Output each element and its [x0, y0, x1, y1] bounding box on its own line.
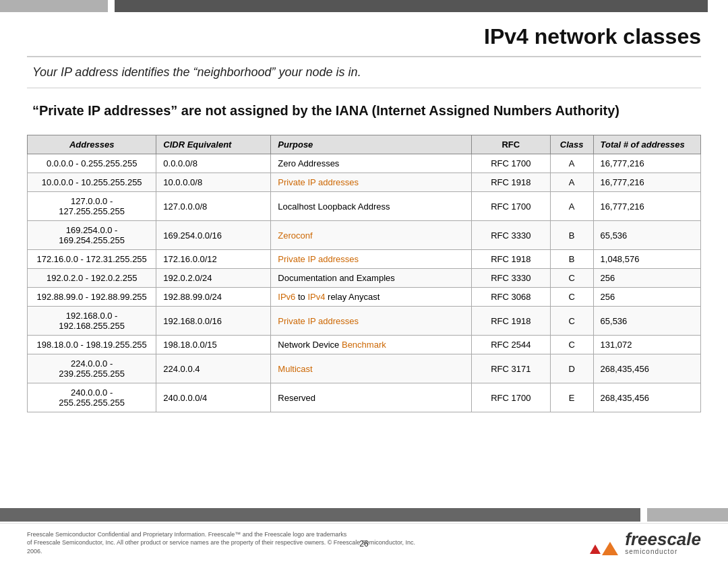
- cell-addresses: 172.16.0.0 - 172.31.255.255: [28, 250, 156, 269]
- cell-class: B: [550, 221, 593, 250]
- cell-total: 131,072: [593, 336, 700, 354]
- cell-addresses: 0.0.0.0 - 0.255.255.255: [28, 154, 156, 173]
- intro-text-1: Your IP address identifies the “neighbor…: [27, 56, 701, 88]
- cell-total: 16,777,216: [593, 192, 700, 221]
- cell-rfc: RFC 1700: [471, 192, 550, 221]
- cell-cidr: 198.18.0.0/15: [156, 336, 271, 354]
- ipv4-link[interactable]: IPv4: [307, 292, 325, 302]
- cell-cidr: 192.0.2.0/24: [156, 269, 271, 288]
- main-content: Your IP address identifies the “neighbor…: [0, 56, 728, 412]
- purpose-link[interactable]: Zeroconf: [278, 230, 312, 241]
- top-bar-gray: [0, 0, 108, 12]
- col-header-rfc: RFC: [471, 135, 550, 154]
- logo-text-block: freescale semiconductor: [625, 530, 701, 555]
- table-header-row: Addresses CIDR Equivalent Purpose RFC Cl…: [28, 135, 701, 154]
- purpose-link[interactable]: Private IP addresses: [278, 316, 359, 326]
- cell-addresses: 240.0.0.0 - 255.255.255.255: [28, 383, 156, 412]
- bottom-decorative-bar: [0, 508, 728, 522]
- cell-rfc: RFC 2544: [471, 336, 550, 354]
- col-header-cidr: CIDR Equivalent: [156, 135, 271, 154]
- footer-text: Freescale Semiconductor Confidential and…: [27, 530, 431, 556]
- logo-icon: freescale semiconductor: [590, 530, 701, 555]
- cell-rfc: RFC 1918: [471, 307, 550, 336]
- cell-addresses: 192.168.0.0 - 192.168.255.255: [28, 307, 156, 336]
- cell-addresses: 224.0.0.0 - 239.255.255.255: [28, 354, 156, 383]
- cell-purpose[interactable]: Multicast: [271, 354, 472, 383]
- cell-class: C: [550, 288, 593, 307]
- purpose-link[interactable]: Multicast: [278, 364, 312, 374]
- cell-class: A: [550, 154, 593, 173]
- cell-rfc: RFC 3330: [471, 221, 550, 250]
- cell-total: 268,435,456: [593, 383, 700, 412]
- top-bar-dark: [115, 0, 708, 12]
- cell-total: 16,777,216: [593, 173, 700, 192]
- cell-cidr: 192.88.99.0/24: [156, 288, 271, 307]
- col-header-total: Total # of addresses: [593, 135, 700, 154]
- footer-text-line1: Freescale Semiconductor Confidential and…: [27, 531, 346, 538]
- table-row: 169.254.0.0 - 169.254.255.255169.254.0.0…: [28, 221, 701, 250]
- cell-total: 65,536: [593, 221, 700, 250]
- cell-purpose[interactable]: Private IP addresses: [271, 250, 472, 269]
- cell-addresses: 169.254.0.0 - 169.254.255.255: [28, 221, 156, 250]
- footer-logo: freescale semiconductor: [590, 530, 701, 555]
- table-row: 198.18.0.0 - 198.19.255.255198.18.0.0/15…: [28, 336, 701, 354]
- cell-cidr: 169.254.0.0/16: [156, 221, 271, 250]
- cell-purpose: Reserved: [271, 383, 472, 412]
- cell-rfc: RFC 3171: [471, 354, 550, 383]
- purpose-link[interactable]: Private IP addresses: [278, 177, 359, 187]
- cell-cidr: 10.0.0.0/8: [156, 173, 271, 192]
- table-row: 192.88.99.0 - 192.88.99.255192.88.99.0/2…: [28, 288, 701, 307]
- bottom-bar-light: [647, 508, 728, 522]
- cell-addresses: 192.88.99.0 - 192.88.99.255: [28, 288, 156, 307]
- benchmark-link[interactable]: Benchmark: [342, 340, 386, 350]
- cell-addresses: 192.0.2.0 - 192.0.2.255: [28, 269, 156, 288]
- cell-purpose: Localhost Loopback Address: [271, 192, 472, 221]
- cell-rfc: RFC 1918: [471, 173, 550, 192]
- cell-addresses: 127.0.0.0 - 127.255.255.255: [28, 192, 156, 221]
- cell-cidr: 0.0.0.0/8: [156, 154, 271, 173]
- cell-purpose[interactable]: Private IP addresses: [271, 307, 472, 336]
- table-row: 10.0.0.0 - 10.255.255.25510.0.0.0/8Priva…: [28, 173, 701, 192]
- cell-rfc: RFC 1700: [471, 154, 550, 173]
- col-header-class: Class: [550, 135, 593, 154]
- cell-class: A: [550, 173, 593, 192]
- cell-class: E: [550, 383, 593, 412]
- cell-cidr: 127.0.0.0/8: [156, 192, 271, 221]
- logo-tri-red: [590, 544, 601, 554]
- cell-total: 256: [593, 288, 700, 307]
- ipv6-link[interactable]: IPv6: [278, 292, 295, 302]
- table-row: 224.0.0.0 - 239.255.255.255224.0.0.4Mult…: [28, 354, 701, 383]
- col-header-addresses: Addresses: [28, 135, 156, 154]
- cell-class: B: [550, 250, 593, 269]
- cell-rfc: RFC 3330: [471, 269, 550, 288]
- network-classes-table: Addresses CIDR Equivalent Purpose RFC Cl…: [27, 135, 701, 412]
- cell-class: C: [550, 307, 593, 336]
- cell-total: 268,435,456: [593, 354, 700, 383]
- table-row: 172.16.0.0 - 172.31.255.255172.16.0.0/12…: [28, 250, 701, 269]
- table-row: 192.0.2.0 - 192.0.2.255192.0.2.0/24Docum…: [28, 269, 701, 288]
- cell-purpose[interactable]: Zeroconf: [271, 221, 472, 250]
- table-row: 240.0.0.0 - 255.255.255.255240.0.0.0/4Re…: [28, 383, 701, 412]
- cell-purpose: Network Device Benchmark: [271, 336, 472, 354]
- cell-rfc: RFC 1700: [471, 383, 550, 412]
- cell-purpose: IPv6 to IPv4 relay Anycast: [271, 288, 472, 307]
- purpose-link[interactable]: Private IP addresses: [278, 254, 359, 264]
- cell-class: C: [550, 269, 593, 288]
- table-row: 192.168.0.0 - 192.168.255.255192.168.0.0…: [28, 307, 701, 336]
- cell-purpose[interactable]: Private IP addresses: [271, 173, 472, 192]
- cell-cidr: 240.0.0.0/4: [156, 383, 271, 412]
- cell-total: 256: [593, 269, 700, 288]
- header-area: IPv4 network classes: [0, 12, 728, 56]
- footer-page-number: 26: [359, 539, 368, 549]
- cell-cidr: 224.0.0.4: [156, 354, 271, 383]
- cell-total: 1,048,576: [593, 250, 700, 269]
- top-decorative-bar: [0, 0, 728, 12]
- cell-class: C: [550, 336, 593, 354]
- table-row: 127.0.0.0 - 127.255.255.255127.0.0.0/8Lo…: [28, 192, 701, 221]
- bottom-bar-dark: [0, 508, 640, 522]
- logo-triangles: [590, 542, 618, 555]
- col-header-purpose: Purpose: [271, 135, 472, 154]
- cell-total: 16,777,216: [593, 154, 700, 173]
- cell-purpose: Documentation and Examples: [271, 269, 472, 288]
- cell-rfc: RFC 1918: [471, 250, 550, 269]
